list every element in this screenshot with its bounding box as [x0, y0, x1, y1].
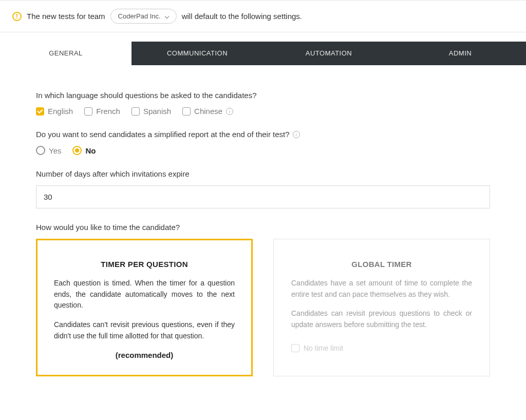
report-option-no[interactable]: No: [72, 146, 96, 155]
settings-banner: ! The new tests for team CoderPad Inc. w…: [0, 0, 526, 32]
timer-per-question-text: Each question is timed. When the timer f…: [54, 278, 235, 341]
team-name: CoderPad Inc.: [118, 12, 161, 20]
banner-suffix: will default to the following settings.: [182, 12, 302, 21]
timer-card-global[interactable]: GLOBAL TIMER Candidates have a set amoun…: [273, 239, 490, 376]
timer-global-p1: Candidates have a set amount of time to …: [291, 278, 472, 300]
info-icon[interactable]: i: [293, 131, 300, 138]
language-option-english[interactable]: English: [36, 107, 73, 116]
language-option-french[interactable]: French: [84, 107, 120, 116]
timer-global-title: GLOBAL TIMER: [291, 260, 472, 269]
timer-block: How would you like to time the candidate…: [36, 223, 490, 376]
report-no-label: No: [85, 146, 96, 155]
timer-per-question-p1: Each question is timed. When the timer f…: [54, 278, 235, 311]
language-spanish-label: Spanish: [143, 107, 171, 116]
recommended-label: (recommended): [54, 351, 235, 359]
checkbox-icon: [132, 107, 140, 116]
tabs: GENERAL COMMUNICATION AUTOMATION ADMIN: [0, 42, 526, 65]
language-english-label: English: [48, 107, 73, 116]
expiry-question: Number of days after which invitations e…: [36, 169, 490, 178]
radio-selected-icon: [72, 146, 82, 155]
no-time-limit-option[interactable]: No time limit: [291, 344, 472, 352]
tab-communication[interactable]: COMMUNICATION: [132, 42, 263, 65]
expiry-input[interactable]: [36, 185, 490, 208]
timer-cards: TIMER PER QUESTION Each question is time…: [36, 239, 490, 376]
timer-card-per-question[interactable]: TIMER PER QUESTION Each question is time…: [36, 239, 253, 376]
report-question-text: Do you want to send candidates a simplif…: [36, 130, 290, 139]
info-icon[interactable]: i: [226, 108, 233, 115]
tab-general[interactable]: GENERAL: [0, 42, 132, 65]
banner-text: The new tests for team CoderPad Inc. wil…: [27, 9, 302, 24]
checkbox-icon: [182, 107, 191, 116]
checkbox-icon: [84, 107, 92, 116]
language-option-chinese[interactable]: Chinese i: [182, 107, 233, 116]
report-block: Do you want to send candidates a simplif…: [36, 130, 490, 155]
tab-automation[interactable]: AUTOMATION: [263, 42, 394, 65]
language-french-label: French: [96, 107, 120, 116]
timer-global-p2: Candidates can revisit previous question…: [291, 308, 472, 330]
language-block: In which language should questions be as…: [36, 91, 490, 116]
no-time-limit-label: No time limit: [304, 344, 343, 352]
language-option-spanish[interactable]: Spanish: [132, 107, 171, 116]
tab-admin[interactable]: ADMIN: [394, 42, 526, 65]
banner-prefix: The new tests for team: [27, 12, 105, 21]
timer-per-question-title: TIMER PER QUESTION: [54, 260, 235, 269]
alert-icon: !: [12, 12, 22, 21]
team-dropdown[interactable]: CoderPad Inc.: [110, 9, 177, 24]
report-option-yes[interactable]: Yes: [36, 146, 61, 155]
chevron-down-icon: [165, 14, 169, 18]
radio-icon: [36, 146, 45, 155]
report-yes-label: Yes: [49, 146, 61, 155]
content-area: In which language should questions be as…: [0, 65, 526, 411]
checkbox-checked-icon: [36, 107, 44, 116]
timer-global-text: Candidates have a set amount of time to …: [291, 278, 472, 331]
timer-question: How would you like to time the candidate…: [36, 223, 490, 232]
report-options: Yes No: [36, 146, 490, 155]
language-chinese-label: Chinese: [194, 107, 222, 116]
language-question: In which language should questions be as…: [36, 91, 490, 100]
expiry-block: Number of days after which invitations e…: [36, 169, 490, 208]
tabs-container: GENERAL COMMUNICATION AUTOMATION ADMIN: [0, 42, 526, 65]
report-question: Do you want to send candidates a simplif…: [36, 130, 490, 139]
timer-per-question-p2: Candidates can't revisit previous questi…: [54, 319, 235, 341]
language-options: English French Spanish Chinese i: [36, 107, 490, 116]
checkbox-disabled-icon: [291, 344, 299, 352]
